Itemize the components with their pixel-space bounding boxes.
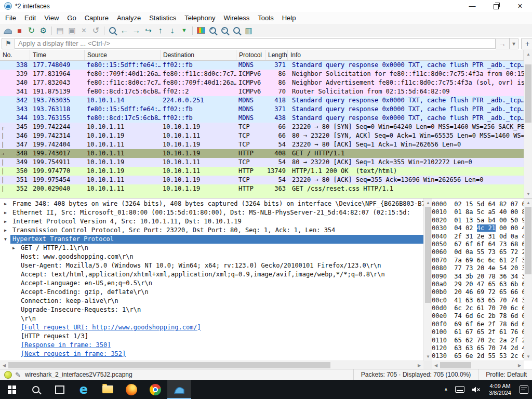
menu-item-analyze[interactable]: Analyze — [113, 13, 145, 23]
menu-item-telephony[interactable]: Telephony — [180, 13, 219, 23]
minimize-button[interactable]: — — [460, 0, 484, 12]
menu-item-view[interactable]: View — [40, 13, 63, 23]
go-to-packet-icon[interactable]: ↪ — [142, 25, 154, 36]
scroll-down-icon[interactable]: ▼ — [524, 190, 532, 198]
detail-line[interactable]: [Response in frame: 350] — [0, 341, 423, 350]
scroll-left-icon[interactable]: ◀ — [432, 361, 440, 369]
scroll-right-icon[interactable]: ▶ — [415, 361, 423, 369]
detail-line[interactable]: User-Agent: Mozilla/5.0 (Windows NT 10.0… — [0, 261, 423, 270]
hex-line[interactable]: 0040 2f 31 2e 31 0d 0a 48 6f 73 74 3a 20… — [432, 233, 524, 241]
expand-arrow-icon[interactable]: ▶ — [4, 200, 12, 208]
column-header-length[interactable]: Length — [265, 50, 288, 60]
menu-item-wireless[interactable]: Wireless — [219, 13, 254, 23]
close-button[interactable]: × — [508, 0, 532, 12]
detail-line[interactable]: [HTTP request 1/3] — [0, 332, 423, 341]
taskbar-wireshark-button[interactable] — [167, 380, 191, 399]
hex-line[interactable]: 0120 63 63 65 70 74 2d 4c 61 6e 67 75 61… — [432, 344, 524, 352]
scrollbar-thumb[interactable] — [440, 362, 471, 368]
restore-button[interactable] — [484, 0, 508, 12]
packet-row[interactable]: │346199.74231410.10.1.1910.10.1.11TCP668… — [0, 131, 524, 140]
hex-line[interactable]: 0030 04 02 4c 21 00 00 47 45 54 20 2f 20… — [432, 224, 524, 232]
detail-line[interactable]: ▼Hypertext Transfer Protocol — [0, 235, 423, 244]
hex-line[interactable]: 00c0 41 63 63 65 70 74 3a 20 74 65 78 74… — [432, 297, 524, 304]
detail-line[interactable]: \r\n — [0, 314, 423, 323]
packet-row[interactable]: │349199.75491110.10.1.1910.10.1.11TCP548… — [0, 158, 524, 167]
apply-filter-button[interactable]: → — [496, 38, 510, 49]
detail-line[interactable]: ▶Transmission Control Protocol, Src Port… — [0, 226, 423, 235]
details-horizontal-scrollbar[interactable]: ◀ ▶ — [0, 361, 423, 369]
detail-line[interactable]: ▶Ethernet II, Src: Microsoft_01:80:00 (0… — [0, 208, 423, 217]
hex-horizontal-scrollbar[interactable]: ◀ ▶ — [432, 361, 524, 369]
taskbar-search-button[interactable] — [24, 380, 48, 399]
detail-line[interactable]: ▶Frame 348: 408 bytes on wire (3264 bits… — [0, 200, 423, 208]
scroll-up-icon[interactable]: ▲ — [524, 198, 532, 207]
detail-line[interactable]: Accept-Encoding: gzip, deflate\r\n — [0, 288, 423, 297]
column-header-destination[interactable]: Destination — [161, 50, 236, 60]
tray-expand-button[interactable]: ∧ — [441, 380, 451, 399]
stop-capture-icon[interactable]: ■ — [14, 25, 25, 36]
packet-row[interactable]: 344193.763155fe80::8cd:17c5:6cb8…ff02::f… — [0, 114, 524, 123]
column-header-time[interactable]: Time — [30, 50, 85, 60]
scroll-down-icon[interactable]: ▼ — [424, 352, 432, 361]
detail-line[interactable]: [Full request URI: http://www.goodshoppi… — [0, 323, 423, 332]
column-header-protocol[interactable]: Protocol — [236, 50, 265, 60]
colorize-icon[interactable] — [195, 25, 207, 36]
detail-line[interactable]: Host: www.goodshopping.com\r\n — [0, 252, 423, 261]
packet-row[interactable]: 343193.763118fe80::15:5dff:fe64:…ff02::f… — [0, 105, 524, 114]
scroll-down-icon[interactable]: ▼ — [524, 352, 532, 361]
expand-arrow-icon[interactable]: ▶ — [4, 226, 12, 235]
zoom-out-icon[interactable] — [219, 25, 231, 36]
hex-line[interactable]: 0070 7a 69 6c 6c 61 2f 35 2e 30 20 28 57… — [432, 257, 524, 264]
menu-item-help[interactable]: Help — [278, 13, 300, 23]
go-forward-icon[interactable]: → — [130, 25, 142, 36]
hex-line[interactable]: 0050 67 6f 6f 64 73 68 6f 70 70 69 6e 67… — [432, 241, 524, 248]
capture-comment-icon[interactable]: ✎ — [15, 371, 21, 379]
packet-row[interactable]: 342193.76303510.10.1.14224.0.0.251MDNS41… — [0, 96, 524, 105]
hex-line[interactable]: 00f0 69 6f 6e 2f 78 6d 6c 3b 71 3d 30 2e… — [432, 321, 524, 328]
expand-arrow-icon[interactable]: ▶ — [4, 208, 12, 217]
scrollbar-thumb[interactable] — [8, 362, 330, 368]
profile-selector[interactable]: Profile: Default — [478, 369, 532, 380]
add-filter-button[interactable]: + — [521, 38, 532, 49]
taskbar-file-explorer-button[interactable] — [96, 380, 119, 399]
touch-keyboard-button[interactable] — [451, 380, 468, 399]
detail-line[interactable]: Accept-Language: en-US,en;q=0.5\r\n — [0, 279, 423, 288]
scroll-up-icon[interactable]: ▲ — [524, 50, 532, 58]
packet-row[interactable]: │347199.74240410.10.1.1110.10.1.19TCP542… — [0, 140, 524, 149]
open-file-icon[interactable]: ▤ — [54, 25, 66, 36]
taskbar-clock[interactable]: 4:09 AM 3/8/2024 — [484, 383, 516, 396]
column-header-info[interactable]: Info — [288, 50, 524, 60]
details-scrollbar[interactable]: ▲ ▼ — [423, 198, 432, 361]
menu-item-statistics[interactable]: Statistics — [145, 13, 180, 23]
task-view-button[interactable] — [48, 380, 72, 399]
column-header-source[interactable]: Source — [85, 50, 161, 60]
find-packet-icon[interactable] — [107, 25, 118, 36]
first-packet-icon[interactable]: ↑ — [154, 25, 166, 36]
scroll-left-icon[interactable]: ◀ — [0, 361, 8, 369]
menu-item-go[interactable]: Go — [63, 13, 80, 23]
packet-row[interactable]: 338177.748049fe80::15:5dff:fe64:…ff02::f… — [0, 61, 524, 70]
scrollbar-thumb[interactable] — [425, 207, 431, 303]
close-file-icon[interactable]: × — [78, 25, 90, 36]
detail-line[interactable]: Connection: keep-alive\r\n — [0, 297, 423, 305]
packet-row[interactable]: 341191.875139fe80::8cd:17c5:6cb8…ff02::2… — [0, 87, 524, 96]
hex-line[interactable]: 00a0 29 20 47 65 63 6b 6f 2f 32 30 31 30… — [432, 281, 524, 288]
hex-line[interactable]: 0060 0d 0a 55 73 65 72 2d 41 67 65 6e 74… — [432, 248, 524, 256]
expand-arrow-icon[interactable]: ▶ — [12, 244, 21, 252]
restart-capture-icon[interactable]: ↻ — [25, 25, 37, 36]
action-center-button[interactable] — [516, 380, 532, 399]
packet-row[interactable]: →348199.74301710.10.1.1110.10.1.19HTTP40… — [0, 149, 524, 158]
save-file-icon[interactable]: ▣ — [66, 25, 78, 36]
filter-bookmark-button[interactable]: ⚑ — [2, 38, 15, 49]
scrollbar-thumb[interactable] — [525, 64, 531, 123]
taskbar-firefox-button[interactable] — [119, 380, 143, 399]
reload-file-icon[interactable]: ↺ — [90, 25, 102, 36]
display-filter-input[interactable] — [15, 38, 496, 49]
packet-row[interactable]: │350199.97477010.10.1.1910.10.1.11HTTP13… — [0, 167, 524, 176]
packet-row[interactable]: │352200.02904010.10.1.1110.10.1.19HTTP36… — [0, 184, 524, 193]
scroll-right-icon[interactable]: ▶ — [515, 361, 524, 369]
zoom-reset-icon[interactable] — [231, 25, 243, 36]
scroll-up-icon[interactable]: ▲ — [424, 198, 432, 207]
hex-line[interactable]: 0130 65 6e 2d 55 53 2c 65 6e 3b 71 3d 30… — [432, 352, 524, 360]
hex-scrollbar[interactable]: ▲ ▼ — [524, 198, 532, 361]
